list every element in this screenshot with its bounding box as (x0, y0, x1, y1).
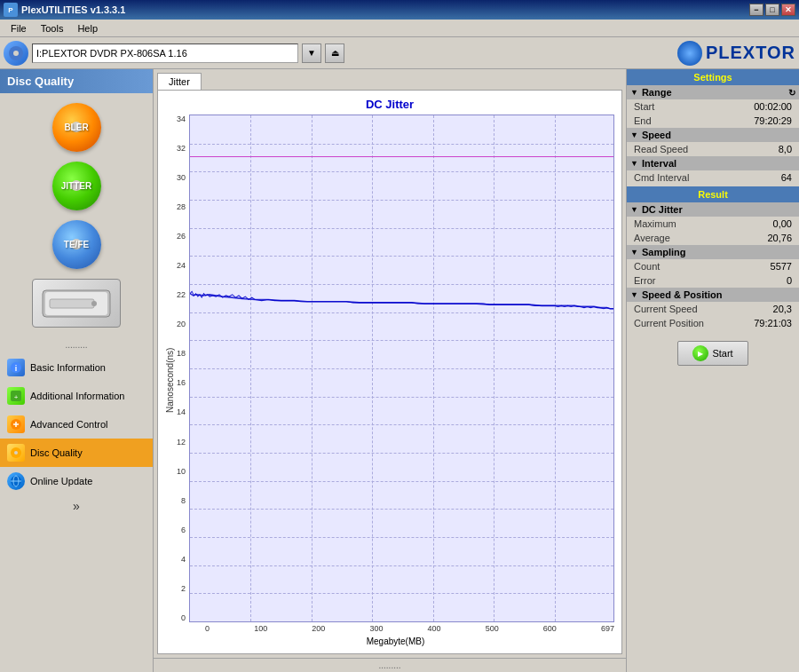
dropdown-button[interactable]: ▼ (302, 43, 321, 63)
disc-jitter-label: JITTER (61, 181, 91, 191)
plextor-logo-text: PLEXTOR (706, 43, 795, 63)
settings-header: Settings (627, 69, 799, 85)
svg-point-12 (14, 451, 18, 455)
sidebar-item-advanced-control[interactable]: Advanced Control (0, 410, 153, 439)
speed-position-label: Speed & Position (642, 289, 722, 300)
nav-items: i Basic Information + Additional Informa… (0, 353, 153, 495)
expand-button[interactable]: » (0, 495, 153, 517)
range-start-row: Start 00:02:00 (627, 99, 799, 114)
y-tick: 28 (177, 202, 186, 211)
y-tick: 14 (177, 407, 186, 416)
dc-jitter-avg-value: 20,76 (767, 233, 792, 243)
maximize-button[interactable]: □ (765, 4, 779, 16)
chart-container: Nanosecond(ns) 34 32 30 28 26 24 22 (165, 115, 614, 646)
disc-btn-drive[interactable] (19, 276, 134, 329)
tab-jitter[interactable]: Jitter (157, 73, 202, 90)
svg-point-1 (13, 51, 19, 56)
app-title: PlexUTILITIES v1.3.3.1 (21, 4, 125, 15)
disc-buttons: BLER JITTER TE/FE (0, 93, 153, 336)
svg-rect-4 (50, 299, 94, 308)
disc-btn-bler[interactable]: BLER (19, 100, 134, 154)
sampling-count-row: Count 5577 (627, 259, 799, 273)
y-tick: 30 (177, 173, 186, 182)
sidebar-item-online-update[interactable]: Online Update (0, 467, 153, 495)
sampling-section-header[interactable]: ▼ Sampling (627, 245, 799, 259)
y-tick: 4 (177, 555, 186, 564)
sidebar-item-additional-info[interactable]: + Additional Information (0, 382, 153, 410)
svg-point-5 (91, 301, 97, 306)
range-refresh-icon[interactable]: ↻ (788, 88, 795, 98)
tab-bar: Jitter (154, 69, 626, 90)
y-tick: 12 (177, 438, 186, 447)
y-tick: 0 (177, 613, 186, 622)
sampling-count-value: 5577 (771, 261, 792, 272)
disc-btn-jitter[interactable]: JITTER (19, 159, 134, 212)
dc-jitter-section-label: DC Jitter (642, 204, 683, 215)
drive-selector[interactable]: I:PLEXTOR DVDR PX-806SA 1.16 (32, 43, 298, 63)
range-end-value: 79:20:29 (754, 115, 792, 126)
read-speed-value: 8,0 (779, 144, 792, 154)
y-tick: 18 (177, 349, 186, 358)
minimize-button[interactable]: − (749, 4, 763, 16)
y-tick: 10 (177, 467, 186, 476)
range-start-value: 00:02:00 (754, 101, 792, 112)
bottom-dots: ......... (154, 658, 626, 672)
x-tick: 600 (543, 624, 557, 633)
menu-file[interactable]: File (4, 21, 34, 36)
disc-bler: BLER (52, 103, 101, 152)
sidebar-header: Disc Quality (0, 69, 153, 93)
disc-tefe-label: TE/FE (64, 240, 89, 249)
start-button[interactable]: ▶ Start (677, 341, 748, 366)
x-tick: 0 (205, 624, 210, 633)
titlebar: P PlexUTILITIES v1.3.3.1 − □ ✕ (0, 0, 799, 20)
chart-row: 34 32 30 28 26 24 22 20 18 16 14 12 (177, 115, 614, 622)
drive-icon (4, 41, 28, 66)
online-update-label: Online Update (30, 476, 92, 486)
speed-section-header[interactable]: ▼ Speed (627, 128, 799, 142)
settings-panel: Settings ▼ Range ↻ Start 00:02:00 End 79… (626, 69, 799, 672)
plextor-logo-icon (677, 41, 702, 66)
y-tick: 20 (177, 320, 186, 328)
y-tick: 22 (177, 290, 186, 299)
current-position-label: Current Position (634, 318, 704, 328)
eject-button[interactable]: ⏏ (325, 43, 344, 63)
disc-btn-tefe[interactable]: TE/FE (19, 217, 134, 271)
range-section-header[interactable]: ▼ Range ↻ (627, 85, 799, 99)
y-axis-label: Nanosecond(ns) (165, 115, 175, 646)
disc-quality-label: Disc Quality (30, 447, 83, 458)
x-axis-label: Megabyte(MB) (177, 636, 614, 646)
interval-section-header[interactable]: ▼ Interval (627, 156, 799, 170)
svg-text:+: + (14, 393, 19, 401)
chart-plot (189, 115, 614, 622)
sidebar-item-disc-quality[interactable]: Disc Quality (0, 439, 153, 467)
interval-label: Interval (642, 158, 676, 169)
current-speed-row: Current Speed 20,3 (627, 302, 799, 316)
range-end-label: End (634, 115, 652, 126)
sidebar: Disc Quality BLER JITTER TE/FE (0, 69, 154, 672)
x-tick: 400 (428, 624, 441, 633)
advanced-control-icon (7, 415, 25, 433)
x-tick: 697 (601, 624, 614, 633)
range-end-row: End 79:20:29 (627, 114, 799, 128)
toolbar: I:PLEXTOR DVDR PX-806SA 1.16 ▼ ⏏ PLEXTOR (0, 37, 799, 69)
y-tick: 24 (177, 261, 186, 270)
dc-jitter-section-header[interactable]: ▼ DC Jitter (627, 202, 799, 217)
sidebar-item-basic-info[interactable]: i Basic Information (0, 353, 153, 382)
y-tick: 26 (177, 232, 186, 241)
menubar: File Tools Help (0, 20, 799, 37)
y-tick: 34 (177, 115, 186, 123)
range-toggle-icon: ▼ (630, 88, 638, 97)
cmd-interval-value: 64 (781, 172, 792, 183)
speed-label: Speed (642, 130, 671, 140)
menu-tools[interactable]: Tools (34, 21, 71, 36)
dc-jitter-max-row: Maximum 0,00 (627, 217, 799, 231)
y-tick: 2 (177, 584, 186, 593)
speed-position-section-header[interactable]: ▼ Speed & Position (627, 288, 799, 302)
read-speed-label: Read Speed (634, 144, 688, 154)
close-button[interactable]: ✕ (781, 4, 795, 16)
range-label: Range (642, 87, 672, 98)
dc-jitter-avg-row: Average 20,76 (627, 231, 799, 245)
sampling-count-label: Count (634, 261, 660, 272)
menu-help[interactable]: Help (70, 21, 105, 36)
data-line (190, 115, 613, 621)
